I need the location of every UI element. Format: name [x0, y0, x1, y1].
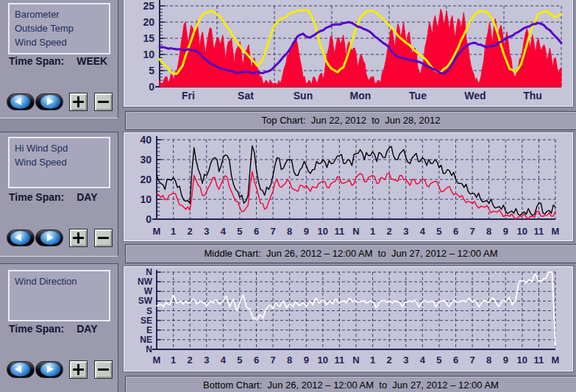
svg-text:8: 8 — [486, 226, 491, 237]
middle-chart-panel: 010203040M1234567891011N1234567891011M — [124, 132, 573, 241]
middle-chart: 010203040M1234567891011N1234567891011M — [124, 133, 572, 240]
svg-text:10: 10 — [517, 354, 527, 366]
svg-text:Tue: Tue — [409, 90, 427, 101]
svg-text:9: 9 — [304, 354, 309, 366]
bottom-chart-caption: Bottom Chart: Jun 26, 2012 – 12:00 AM to… — [125, 376, 576, 392]
svg-text:1: 1 — [370, 354, 375, 366]
time-span-label: Time Span: — [9, 55, 64, 67]
zoom-out-button[interactable] — [94, 93, 113, 111]
svg-text:Sun: Sun — [294, 90, 313, 101]
svg-text:7: 7 — [270, 226, 275, 237]
arrow-right-icon — [47, 98, 54, 105]
svg-text:3: 3 — [403, 354, 408, 366]
zoom-out-button[interactable] — [94, 229, 113, 247]
svg-text:W: W — [144, 286, 153, 296]
svg-text:3: 3 — [204, 354, 209, 366]
svg-text:4: 4 — [221, 354, 227, 366]
svg-text:S: S — [146, 306, 152, 316]
svg-text:1: 1 — [171, 354, 176, 366]
svg-text:5: 5 — [237, 354, 242, 366]
zoom-out-button[interactable] — [94, 360, 113, 379]
chart-control-panel-bottom: Wind Direction Time Span: DAY — [0, 263, 118, 392]
svg-text:4: 4 — [221, 226, 227, 237]
svg-text:20: 20 — [140, 174, 152, 185]
svg-text:11: 11 — [335, 226, 345, 237]
svg-text:1: 1 — [370, 226, 375, 237]
plotted-variables-list[interactable]: Barometer Outside Temp Wind Speed — [8, 3, 110, 54]
svg-text:Sat: Sat — [238, 90, 254, 101]
legend-item-outside-temp[interactable]: Outside Temp — [15, 21, 109, 35]
time-span-value: DAY — [77, 323, 97, 335]
svg-text:6: 6 — [254, 226, 259, 237]
svg-text:2: 2 — [387, 354, 392, 366]
svg-text:9: 9 — [503, 354, 508, 366]
svg-text:M: M — [552, 354, 560, 366]
svg-text:N: N — [146, 344, 152, 354]
svg-text:11: 11 — [335, 354, 345, 366]
svg-text:5: 5 — [436, 226, 441, 237]
svg-text:10: 10 — [143, 49, 154, 60]
top-chart-caption: Top Chart: Jun 22, 2012 to Jun 28, 2012 — [125, 111, 576, 130]
bottom-chart: NNWWSWSSEENENM1234567891011N123456789101… — [124, 267, 572, 371]
svg-text:5: 5 — [237, 226, 242, 237]
svg-text:6: 6 — [254, 354, 259, 366]
arrow-left-icon — [15, 234, 21, 241]
svg-text:20: 20 — [143, 16, 154, 28]
svg-text:NW: NW — [138, 277, 153, 287]
svg-text:Mon: Mon — [350, 90, 371, 101]
scroll-left-button[interactable] — [7, 361, 35, 378]
svg-text:3: 3 — [403, 226, 408, 237]
minus-icon — [98, 237, 109, 239]
plotted-variables-list[interactable]: Hi Wind Spd Wind Speed — [8, 137, 110, 188]
svg-text:3: 3 — [204, 226, 209, 237]
legend-item-wind-speed[interactable]: Wind Speed — [15, 155, 109, 169]
svg-text:11: 11 — [534, 354, 544, 366]
svg-text:6: 6 — [453, 226, 458, 237]
legend-item-barometer[interactable]: Barometer — [15, 7, 109, 21]
top-chart: 0510152025FriSatSunMonTueWedThu — [124, 0, 572, 106]
chart-control-panel-middle: Hi Wind Spd Wind Speed Time Span: DAY — [0, 132, 118, 257]
svg-text:N: N — [352, 226, 359, 237]
scroll-right-button[interactable] — [35, 93, 63, 110]
zoom-in-button[interactable] — [69, 360, 88, 379]
svg-text:10: 10 — [318, 226, 328, 237]
minus-icon — [98, 368, 109, 371]
svg-text:10: 10 — [140, 193, 152, 205]
svg-text:N: N — [146, 267, 152, 277]
svg-text:40: 40 — [140, 134, 152, 146]
legend-item-wind-direction[interactable]: Wind Direction — [15, 274, 109, 288]
svg-text:7: 7 — [469, 354, 474, 366]
svg-text:11: 11 — [534, 226, 544, 237]
plotted-variables-list[interactable]: Wind Direction — [8, 270, 110, 321]
svg-text:0: 0 — [146, 213, 152, 225]
zoom-in-button[interactable] — [69, 93, 88, 111]
scroll-right-button[interactable] — [35, 361, 63, 378]
svg-text:7: 7 — [270, 354, 275, 366]
scroll-left-button[interactable] — [7, 229, 35, 246]
scroll-left-button[interactable] — [7, 93, 35, 110]
svg-text:8: 8 — [287, 354, 292, 366]
time-span-label: Time Span: — [9, 323, 64, 335]
svg-text:1: 1 — [171, 226, 176, 237]
svg-text:7: 7 — [469, 226, 474, 237]
svg-text:4: 4 — [420, 226, 426, 237]
svg-text:15: 15 — [143, 32, 154, 44]
top-chart-panel: 0510152025FriSatSunMonTueWedThu — [124, 0, 573, 107]
minus-icon — [98, 101, 109, 103]
arrow-left-icon — [15, 98, 21, 105]
time-span-value: DAY — [77, 191, 97, 203]
svg-text:5: 5 — [149, 65, 154, 76]
zoom-in-button[interactable] — [69, 229, 88, 247]
svg-text:Wed: Wed — [464, 90, 486, 101]
arrow-left-icon — [15, 366, 21, 373]
legend-item-hi-wind-spd[interactable]: Hi Wind Spd — [15, 141, 109, 155]
svg-text:9: 9 — [503, 226, 508, 237]
scroll-right-button[interactable] — [35, 229, 63, 246]
bottom-chart-panel: NNWWSWSSEENENM1234567891011N123456789101… — [124, 266, 573, 371]
arrow-right-icon — [47, 234, 54, 241]
legend-item-wind-speed[interactable]: Wind Speed — [15, 35, 109, 49]
svg-text:M: M — [153, 226, 161, 237]
svg-text:25: 25 — [143, 0, 154, 12]
middle-chart-caption: Middle Chart: Jun 26, 2012 – 12:00 AM to… — [125, 244, 576, 263]
svg-text:2: 2 — [188, 226, 193, 237]
